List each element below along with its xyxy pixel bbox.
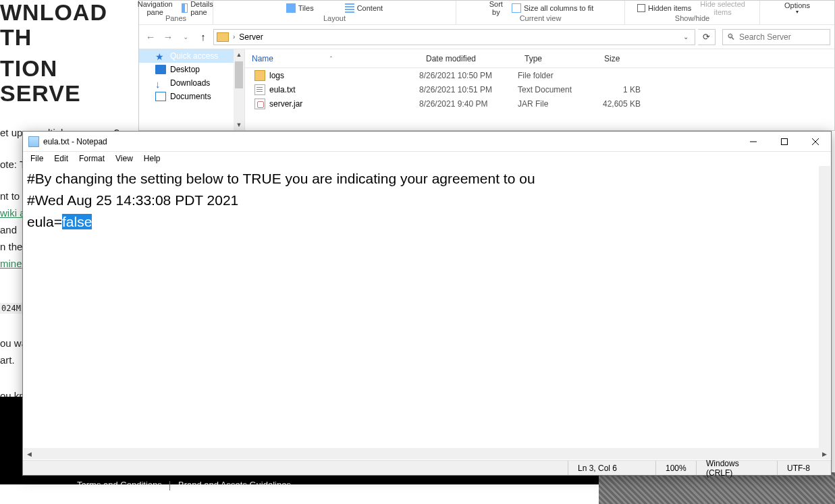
- checkbox-icon: [637, 4, 645, 12]
- status-zoom: 100%: [655, 461, 696, 475]
- column-date[interactable]: Date modified: [419, 49, 518, 67]
- ribbon-group-label: Current view: [520, 14, 562, 24]
- notepad-icon: [28, 136, 39, 147]
- ribbon-group-label: Layout: [323, 14, 346, 24]
- file-size: 42,605 KB: [597, 99, 651, 109]
- ribbon-group-label: Show/hide: [675, 14, 709, 24]
- horizontal-scrollbar[interactable]: ◀ ▶: [24, 448, 830, 459]
- close-button[interactable]: [800, 132, 831, 152]
- scroll-left-icon[interactable]: ◀: [24, 448, 35, 459]
- file-type: JAR File: [518, 99, 597, 109]
- file-row[interactable]: eula.txt8/26/2021 10:51 PMText Document1…: [245, 82, 834, 96]
- sidebar-item-label: Documents: [170, 92, 211, 101]
- bg-heading-2: TION SERVE: [0, 56, 138, 112]
- nav-up-button[interactable]: ↑: [196, 30, 211, 45]
- tiles-icon: [286, 3, 296, 13]
- minimize-button[interactable]: [738, 132, 769, 152]
- chevron-right-icon: ›: [233, 33, 235, 40]
- sidebar-item-label: Downloads: [170, 78, 210, 88]
- editor-line: #Wed Aug 25 14:33:08 PDT 2021: [27, 192, 238, 208]
- statusbar: Ln 3, Col 6 100% Windows (CRLF) UTF-8: [23, 460, 831, 475]
- sort-by-button[interactable]: Sort by: [485, 0, 507, 16]
- refresh-button[interactable]: ⟳: [698, 29, 716, 45]
- footer-sep: [169, 481, 170, 491]
- desktop-icon: [155, 65, 166, 74]
- menu-format[interactable]: Format: [74, 153, 109, 164]
- folder-icon: [254, 70, 265, 81]
- sidebar-item-label: Desktop: [170, 65, 200, 74]
- breadcrumb-item[interactable]: Server: [239, 32, 263, 42]
- scroll-right-icon[interactable]: ▶: [819, 448, 830, 459]
- bg-link-mine[interactable]: mine: [0, 258, 22, 269]
- address-dropdown-icon[interactable]: ⌄: [680, 33, 692, 40]
- file-type: Text Document: [518, 85, 597, 94]
- sidebar-item-quick-access[interactable]: ★Quick access: [139, 49, 244, 63]
- navigation-sidebar: ★Quick accessDesktop📌︎↓Downloads📌︎Docume…: [139, 49, 245, 130]
- column-size[interactable]: Size: [597, 49, 651, 67]
- titlebar[interactable]: eula.txt - Notepad: [23, 132, 831, 152]
- status-eol: Windows (CRLF): [696, 461, 777, 475]
- ribbon: Navigation pane Details pane Panes Tiles…: [139, 1, 834, 25]
- menu-help[interactable]: Help: [139, 153, 165, 164]
- nav-recent-dropdown[interactable]: ⌄: [178, 30, 193, 45]
- menu-file[interactable]: File: [26, 153, 48, 164]
- search-box[interactable]: 🔍︎ Search Server: [722, 29, 830, 45]
- search-icon: 🔍︎: [727, 32, 735, 42]
- status-encoding: UTF-8: [777, 461, 831, 475]
- sidebar-item-desktop[interactable]: Desktop📌︎: [139, 63, 244, 76]
- tiles-view-button[interactable]: Tiles: [284, 3, 316, 13]
- column-name[interactable]: Nameˆ: [245, 49, 419, 67]
- address-bar[interactable]: › Server ⌄: [213, 29, 695, 45]
- file-explorer-window: Navigation pane Details pane Panes Tiles…: [138, 0, 835, 131]
- scroll-down-icon[interactable]: ▼: [234, 119, 244, 130]
- txt-icon: [254, 84, 265, 95]
- folder-icon: [217, 32, 229, 42]
- file-date: 8/26/2021 9:40 PM: [419, 99, 518, 109]
- bg-heading-1: WNLOAD TH: [0, 0, 138, 56]
- jar-icon: [254, 99, 265, 109]
- search-placeholder: Search Server: [739, 32, 791, 42]
- options-button[interactable]: Options ▾: [780, 1, 814, 16]
- file-type: File folder: [518, 71, 597, 80]
- content-view-button[interactable]: Content: [343, 3, 385, 13]
- size-columns-button[interactable]: Size all columns to fit: [510, 3, 595, 13]
- file-date: 8/26/2021 10:51 PM: [419, 85, 518, 94]
- file-row[interactable]: server.jar8/26/2021 9:40 PMJAR File42,60…: [245, 96, 834, 111]
- scroll-up-icon[interactable]: ▲: [234, 49, 244, 60]
- maximize-button[interactable]: [769, 132, 800, 152]
- hidden-items-checkbox[interactable]: Hidden items: [635, 3, 693, 13]
- scrollbar-thumb[interactable]: [235, 61, 243, 88]
- sidebar-item-label: Quick access: [170, 51, 218, 61]
- quick-access-icon: ★: [155, 51, 166, 61]
- nav-forward-button[interactable]: →: [161, 30, 176, 45]
- details-pane-icon: [182, 3, 188, 13]
- file-date: 8/26/2021 10:50 PM: [419, 71, 518, 80]
- sidebar-item-documents[interactable]: Documents📌︎: [139, 90, 244, 103]
- notepad-window: eula.txt - Notepad FileEditFormatViewHel…: [22, 131, 832, 476]
- menu-edit[interactable]: Edit: [49, 153, 73, 164]
- vertical-scrollbar[interactable]: [819, 166, 830, 448]
- column-type[interactable]: Type: [518, 49, 597, 67]
- file-name: server.jar: [269, 99, 302, 109]
- window-title: eula.txt - Notepad: [43, 137, 107, 146]
- file-size: 1 KB: [597, 85, 651, 94]
- nav-back-button[interactable]: ←: [143, 30, 158, 45]
- downloads-icon: ↓: [155, 78, 166, 88]
- size-columns-icon: [512, 3, 521, 13]
- sidebar-scrollbar[interactable]: ▲ ▼: [234, 49, 244, 130]
- editor-line: #By changing the setting below to TRUE y…: [27, 171, 535, 186]
- footer-link-terms[interactable]: Terms and Conditions: [77, 480, 162, 490]
- file-row[interactable]: logs8/26/2021 10:50 PMFile folder: [245, 68, 834, 82]
- file-name: eula.txt: [269, 85, 296, 94]
- address-bar-row: ← → ⌄ ↑ › Server ⌄ ⟳ 🔍︎ Search Server: [139, 25, 834, 49]
- bg-link-wiki[interactable]: wiki a: [0, 207, 26, 219]
- menu-view[interactable]: View: [111, 153, 138, 164]
- text-editor[interactable]: #By changing the setting below to TRUE y…: [23, 165, 831, 459]
- ribbon-group-label: Panes: [165, 14, 186, 24]
- sidebar-item-downloads[interactable]: ↓Downloads📌︎: [139, 76, 244, 90]
- footer-link-brand[interactable]: Brand and Assets Guidelines: [178, 480, 291, 490]
- status-cursor-pos: Ln 3, Col 6: [568, 461, 655, 475]
- svg-rect-1: [782, 138, 788, 144]
- file-list-pane: Nameˆ Date modified Type Size logs8/26/2…: [245, 49, 834, 130]
- bg-code: 024M: [0, 303, 22, 314]
